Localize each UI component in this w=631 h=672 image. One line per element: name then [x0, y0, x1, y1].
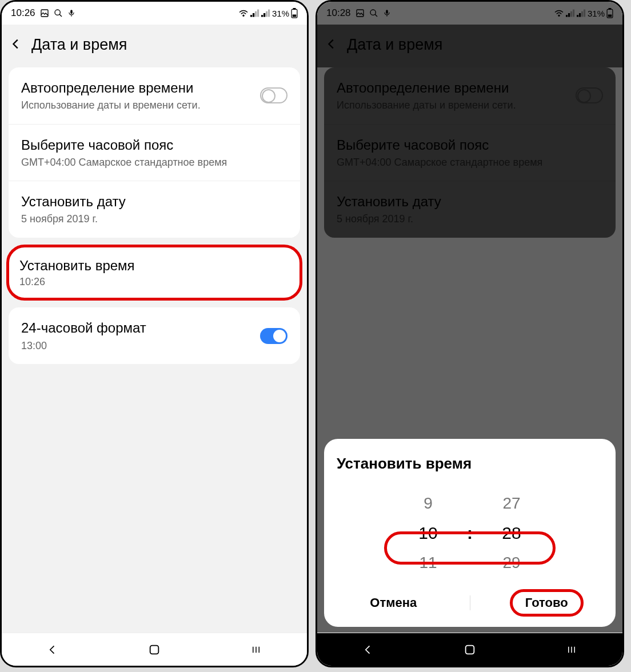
nav-recent[interactable]	[245, 645, 267, 655]
svg-rect-20	[609, 8, 612, 9]
minute-prev: 27	[502, 489, 520, 518]
timezone-row[interactable]: Выберите часовой пояс GMT+04:00 Самарско…	[9, 125, 300, 182]
search-icon	[369, 9, 378, 18]
battery-icon	[291, 8, 298, 18]
nav-home[interactable]	[143, 643, 166, 656]
back-icon[interactable]	[325, 38, 338, 53]
auto-time-toggle	[576, 87, 603, 103]
signal-icon-1	[566, 9, 575, 17]
timezone-sub: GMT+04:00 Самарское стандартное время	[21, 156, 287, 169]
format-toggle[interactable]	[260, 328, 287, 344]
page-title: Дата и время	[347, 36, 442, 54]
hour-current: 10	[418, 518, 437, 548]
status-bar: 10:26 31%	[2, 2, 307, 25]
minute-next: 29	[502, 548, 520, 578]
nav-bar	[2, 633, 307, 666]
set-date-row[interactable]: Установить дату 5 ноября 2019 г.	[9, 181, 300, 238]
set-date-title: Установить дату	[337, 193, 603, 210]
signal-icon-2	[577, 9, 586, 17]
time-separator: :	[462, 523, 477, 543]
voice-icon	[383, 9, 391, 18]
set-time-row[interactable]: Установить время 10:26	[6, 245, 302, 301]
set-date-title: Установить дату	[21, 193, 287, 210]
svg-point-5	[243, 15, 244, 16]
svg-rect-9	[150, 645, 159, 654]
signal-icon-1	[250, 9, 259, 17]
nav-recent[interactable]	[560, 645, 583, 655]
cancel-button[interactable]: Отмена	[356, 590, 430, 616]
search-icon	[54, 9, 63, 18]
nav-back[interactable]	[41, 644, 64, 655]
page-title: Дата и время	[31, 36, 127, 54]
svg-rect-3	[70, 10, 73, 14]
gallery-icon	[40, 9, 49, 18]
set-date-sub: 5 ноября 2019 г.	[21, 213, 287, 226]
hour-prev: 9	[424, 489, 433, 518]
svg-rect-7	[293, 8, 296, 9]
status-time: 10:26	[11, 7, 35, 19]
format-title: 24-часовой формат	[21, 319, 260, 337]
svg-line-2	[59, 14, 62, 17]
svg-rect-16	[386, 10, 388, 14]
done-button[interactable]: Готово	[510, 589, 584, 617]
battery-percent: 31%	[588, 9, 605, 18]
timezone-title: Выберите часовой пояс	[337, 136, 603, 154]
minute-current: 28	[502, 518, 521, 548]
signal-icon-2	[261, 9, 270, 17]
time-picker-modal: Установить время 9 10 11 : 27 28 29 Отме…	[324, 439, 616, 627]
minute-column[interactable]: 27 28 29	[477, 489, 546, 578]
svg-point-18	[558, 15, 560, 16]
format-row[interactable]: 24-часовой формат 13:00	[9, 307, 300, 364]
modal-title: Установить время	[337, 455, 603, 473]
hour-next: 11	[419, 548, 437, 578]
set-time-title: Установить время	[19, 257, 289, 274]
phone-right: 10:28 31% Дата и время Автоопределение в…	[316, 0, 624, 667]
auto-time-row[interactable]: Автоопределение времени Использование да…	[9, 67, 300, 125]
header: Дата и время	[317, 25, 622, 67]
battery-percent: 31%	[272, 9, 289, 18]
phone-left: 10:26 31% Дата и время Автоопределение в…	[0, 0, 309, 667]
gallery-icon	[356, 9, 365, 18]
svg-line-15	[375, 14, 377, 17]
settings-card-1: Автоопределение времени Использование да…	[9, 67, 300, 238]
svg-rect-21	[608, 14, 612, 17]
auto-time-sub: Использование даты и времени сети.	[337, 99, 576, 112]
voice-icon	[67, 9, 75, 18]
status-time: 10:28	[326, 7, 351, 19]
back-icon[interactable]	[10, 38, 22, 53]
wifi-icon	[554, 9, 564, 17]
svg-point-1	[55, 10, 60, 15]
timezone-sub: GMT+04:00 Самарское стандартное время	[337, 156, 603, 169]
set-time-sub: 10:26	[19, 275, 289, 289]
set-date-row: Установить дату 5 ноября 2019 г.	[324, 181, 616, 238]
svg-rect-22	[466, 645, 474, 654]
nav-back[interactable]	[357, 644, 380, 655]
auto-time-sub: Использование даты и времени сети.	[21, 99, 260, 112]
auto-time-toggle[interactable]	[260, 87, 287, 103]
wifi-icon	[238, 9, 249, 17]
format-sub: 13:00	[21, 339, 260, 353]
battery-icon	[606, 8, 613, 18]
timezone-row: Выберите часовой пояс GMT+04:00 Самарско…	[324, 125, 616, 182]
header: Дата и время	[2, 25, 307, 67]
settings-card-1: Автоопределение времени Использование да…	[324, 67, 616, 238]
set-date-sub: 5 ноября 2019 г.	[337, 213, 603, 226]
nav-bar	[317, 633, 622, 666]
svg-rect-8	[293, 14, 297, 17]
hour-column[interactable]: 9 10 11	[394, 489, 462, 578]
action-divider	[470, 595, 470, 610]
status-bar: 10:28 31%	[317, 2, 622, 25]
svg-point-14	[370, 10, 376, 15]
auto-time-title: Автоопределение времени	[21, 79, 260, 97]
settings-card-2: 24-часовой формат 13:00	[9, 307, 300, 364]
timezone-title: Выберите часовой пояс	[21, 136, 287, 154]
auto-time-row: Автоопределение времени Использование да…	[324, 67, 616, 125]
time-picker[interactable]: 9 10 11 : 27 28 29	[337, 489, 603, 578]
auto-time-title: Автоопределение времени	[337, 79, 576, 97]
nav-home[interactable]	[458, 643, 481, 656]
